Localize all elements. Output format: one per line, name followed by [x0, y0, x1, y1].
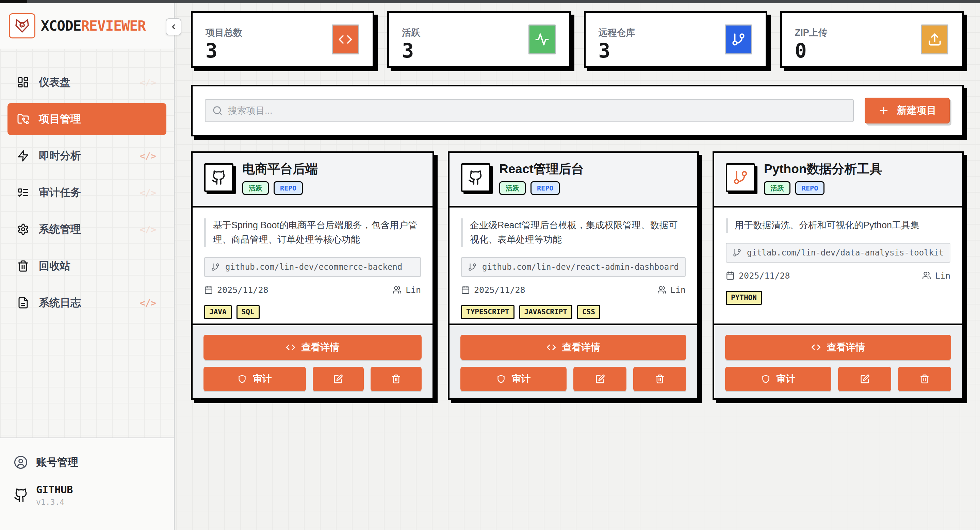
sidebar-collapse-button[interactable] [166, 18, 181, 35]
project-body: 用于数据清洗、分析和可视化的Python工具集 gitlab.com/lin-d… [714, 208, 962, 324]
github-icon [211, 170, 227, 186]
trash-icon [17, 260, 29, 272]
view-details-button[interactable]: 查看详情 [204, 335, 422, 360]
edit-icon [333, 374, 343, 384]
stat-icon-box [332, 24, 359, 54]
sidebar-item-audit-tasks[interactable]: 审计任务 </> [8, 176, 166, 208]
edit-button[interactable] [838, 367, 891, 391]
sidebar-item-label: 仪表盘 [39, 75, 70, 89]
task-list-icon [17, 186, 29, 199]
edit-icon [860, 374, 870, 384]
sidebar-item-label: 项目管理 [39, 112, 81, 126]
project-body: 企业级React管理后台模板，集成权限管理、数据可视化、表单处理等功能 gith… [450, 208, 697, 324]
view-details-label: 查看详情 [827, 341, 865, 354]
github-label: GITHUB [36, 484, 73, 496]
code-icon [546, 343, 556, 352]
stat-card-zip-uploads: ZIP上传 0 [780, 11, 964, 68]
chevron-left-icon [169, 23, 178, 31]
project-logo-box [461, 163, 490, 192]
sidebar: XCODEREVIEWER 仪表盘 </> 项目管理 即时分析 </> 审计任务… [0, 3, 175, 530]
stat-icon-box [921, 24, 948, 54]
git-branch-icon [731, 32, 746, 47]
search-input[interactable] [205, 99, 854, 122]
brand-xcode: XCODE [41, 18, 81, 34]
users-icon [393, 286, 401, 294]
project-date: 2025/11/28 [474, 285, 525, 295]
git-branch-icon [468, 263, 477, 271]
project-title: Python数据分析工具 [764, 162, 882, 176]
project-date-group: 2025/11/28 [204, 285, 269, 295]
sidebar-item-label: 系统管理 [39, 222, 81, 236]
account-management[interactable]: 账号管理 [14, 451, 160, 474]
view-details-label: 查看详情 [562, 341, 600, 354]
github-version-block[interactable]: GITHUB v1.3.4 [14, 484, 160, 506]
project-logo-box [204, 163, 234, 192]
new-project-button[interactable]: 新建项目 [865, 98, 950, 124]
project-logo-box [726, 163, 755, 192]
delete-button[interactable] [633, 367, 686, 391]
project-footer: 查看详情 审计 [714, 324, 962, 398]
delete-button[interactable] [371, 367, 422, 391]
git-branch-icon [733, 170, 748, 186]
shield-icon [496, 374, 506, 384]
language-tag: CSS [577, 305, 600, 319]
project-card-python-toolkit: Python数据分析工具 活跃 REPO 用于数据清洗、分析和可视化的Pytho… [713, 151, 964, 400]
sidebar-item-label: 回收站 [39, 259, 70, 273]
repo-url-box[interactable]: github.com/lin-dev/ecommerce-backend [204, 257, 421, 277]
projects-row: 电商平台后端 活跃 REPO 基于Spring Boot的电商平台后端服务，包含… [191, 151, 964, 400]
project-actions-row: 审计 [460, 367, 686, 391]
sidebar-item-projects[interactable]: 项目管理 [8, 103, 166, 135]
view-details-button[interactable]: 查看详情 [460, 335, 686, 360]
project-date-group: 2025/11/28 [726, 271, 790, 281]
edit-button[interactable] [573, 367, 627, 391]
delete-button[interactable] [898, 367, 951, 391]
edit-button[interactable] [313, 367, 364, 391]
audit-label: 审计 [253, 373, 272, 386]
sidebar-item-instant-analysis[interactable]: 即时分析 </> [8, 140, 166, 172]
calendar-icon [461, 286, 470, 294]
status-badge: 活跃 [242, 181, 269, 195]
audit-button[interactable]: 审计 [725, 367, 831, 391]
view-details-button[interactable]: 查看详情 [725, 335, 951, 360]
project-title: React管理后台 [499, 162, 584, 176]
stat-icon-box [528, 24, 556, 54]
badge-row: 活跃 REPO [764, 181, 882, 195]
code-watermark: </> [140, 151, 156, 161]
sidebar-item-system-logs[interactable]: 系统日志 </> [8, 287, 166, 319]
sidebar-item-recycle-bin[interactable]: 回收站 [8, 250, 166, 282]
tag-row: TYPESCRIPT JAVASCRIPT CSS [461, 305, 686, 319]
new-project-label: 新建项目 [897, 104, 937, 117]
folder-git-icon [17, 113, 29, 125]
code-watermark: </> [140, 77, 156, 88]
repo-url-box[interactable]: gitlab.com/lin-dev/data-analysis-toolkit [726, 243, 950, 263]
user-circle-icon [14, 455, 28, 470]
stat-card-total-projects: 项目总数 3 [191, 11, 374, 68]
calendar-icon [726, 271, 735, 280]
git-branch-icon [733, 248, 741, 257]
github-icon [468, 170, 484, 186]
tag-row: PYTHON [726, 291, 950, 305]
project-footer: 查看详情 审计 [192, 324, 433, 398]
audit-button[interactable]: 审计 [204, 367, 306, 391]
users-icon [922, 271, 931, 280]
main-content: 项目总数 3 活跃 3 远程仓库 3 ZIP上传 0 [175, 3, 980, 530]
type-badge: REPO [530, 181, 560, 195]
tag-row: JAVA SQL [204, 305, 421, 319]
audit-button[interactable]: 审计 [460, 367, 566, 391]
code-watermark: </> [140, 187, 156, 198]
sidebar-item-label: 审计任务 [39, 186, 81, 200]
sidebar-header: XCODEREVIEWER [0, 3, 174, 49]
brand-reviewer: REVIEWER [81, 18, 145, 34]
github-icon [14, 488, 29, 503]
sidebar-item-dashboard[interactable]: 仪表盘 </> [8, 66, 166, 98]
repo-url-box[interactable]: github.com/lin-dev/react-admin-dashboard [461, 257, 686, 277]
edit-icon [595, 374, 605, 384]
type-badge: REPO [274, 181, 303, 195]
project-card-react-admin: React管理后台 活跃 REPO 企业级React管理后台模板，集成权限管理、… [448, 151, 699, 400]
sidebar-item-system-admin[interactable]: 系统管理 </> [8, 213, 166, 245]
project-card-ecommerce-backend: 电商平台后端 活跃 REPO 基于Spring Boot的电商平台后端服务，包含… [191, 151, 434, 400]
code-watermark: </> [140, 224, 156, 235]
project-date-group: 2025/11/28 [461, 285, 525, 295]
project-owner: Lin [935, 271, 950, 281]
badge-row: 活跃 REPO [242, 181, 318, 195]
